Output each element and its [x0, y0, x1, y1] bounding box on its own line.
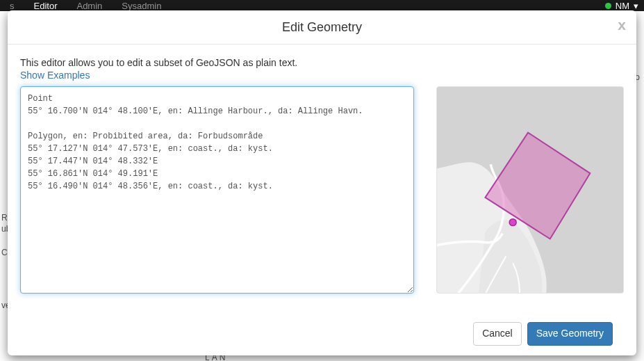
modal-title: Edit Geometry — [18, 20, 626, 35]
modal-body: This editor allows you to edit a subset … — [8, 45, 636, 355]
close-icon[interactable]: x — [618, 17, 626, 32]
map-preview — [436, 86, 624, 294]
geometry-textarea[interactable] — [20, 86, 414, 294]
map-svg — [437, 87, 623, 293]
map-point — [509, 219, 516, 226]
modal-footer: Cancel Save Geometry — [20, 313, 624, 355]
show-examples-link[interactable]: Show Examples — [20, 70, 624, 81]
modal-header: Edit Geometry x — [8, 10, 636, 45]
cancel-button[interactable]: Cancel — [473, 322, 522, 346]
edit-geometry-modal: Edit Geometry x This editor allows you t… — [8, 10, 636, 355]
save-geometry-button[interactable]: Save Geometry — [527, 322, 613, 346]
editor-description: This editor allows you to edit a subset … — [20, 57, 624, 68]
